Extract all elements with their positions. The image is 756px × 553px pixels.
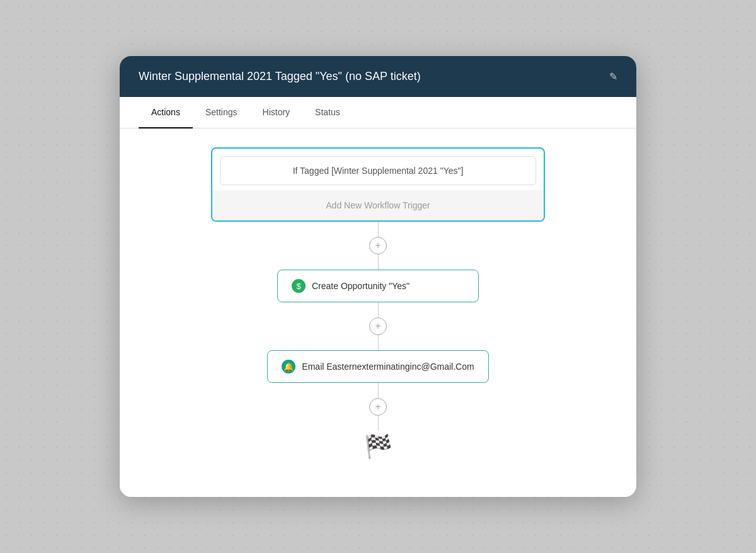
connector-line — [378, 222, 379, 237]
tab-settings[interactable]: Settings — [193, 97, 250, 128]
trigger-condition[interactable]: If Tagged [Winter Supplemental 2021 "Yes… — [220, 156, 536, 185]
finish-flag: 🏁 — [364, 433, 392, 460]
connector-line — [378, 254, 379, 270]
tab-status[interactable]: Status — [302, 97, 353, 128]
tab-history[interactable]: History — [250, 97, 303, 128]
page-background: Winter Supplemental 2021 Tagged "Yes" (n… — [0, 0, 756, 553]
connector-1: + — [369, 222, 387, 270]
add-trigger-button[interactable]: Add New Workflow Trigger — [212, 190, 544, 220]
opportunity-icon: $ — [292, 279, 306, 293]
action-node-1-label: Create Opportunity "Yes" — [312, 281, 410, 291]
add-step-button-1[interactable]: + — [369, 237, 387, 254]
workflow-card: Winter Supplemental 2021 Tagged "Yes" (n… — [120, 56, 636, 497]
trigger-box: If Tagged [Winter Supplemental 2021 "Yes… — [211, 147, 545, 222]
connector-3: + — [369, 383, 387, 431]
workflow-flow: If Tagged [Winter Supplemental 2021 "Yes… — [139, 147, 617, 460]
connector-2: + — [369, 302, 387, 350]
email-icon: 🔔 — [282, 360, 295, 373]
action-node-2-label: Email Easternexterminatinginc@Gmail.Com — [302, 362, 474, 372]
connector-line — [378, 302, 379, 317]
connector-line — [378, 416, 379, 431]
connector-line — [378, 383, 379, 398]
add-step-button-3[interactable]: + — [369, 398, 387, 416]
edit-icon[interactable]: ✎ — [609, 71, 617, 83]
action-node-1[interactable]: $ Create Opportunity "Yes" — [277, 270, 479, 302]
tab-actions[interactable]: Actions — [139, 97, 193, 128]
action-node-2[interactable]: 🔔 Email Easternexterminatinginc@Gmail.Co… — [267, 350, 488, 383]
card-title: Winter Supplemental 2021 Tagged "Yes" (n… — [139, 70, 602, 83]
add-step-button-2[interactable]: + — [369, 317, 387, 335]
card-content: If Tagged [Winter Supplemental 2021 "Yes… — [120, 128, 636, 479]
tab-bar: Actions Settings History Status — [120, 97, 636, 128]
connector-line — [378, 335, 379, 350]
card-header: Winter Supplemental 2021 Tagged "Yes" (n… — [120, 56, 636, 97]
